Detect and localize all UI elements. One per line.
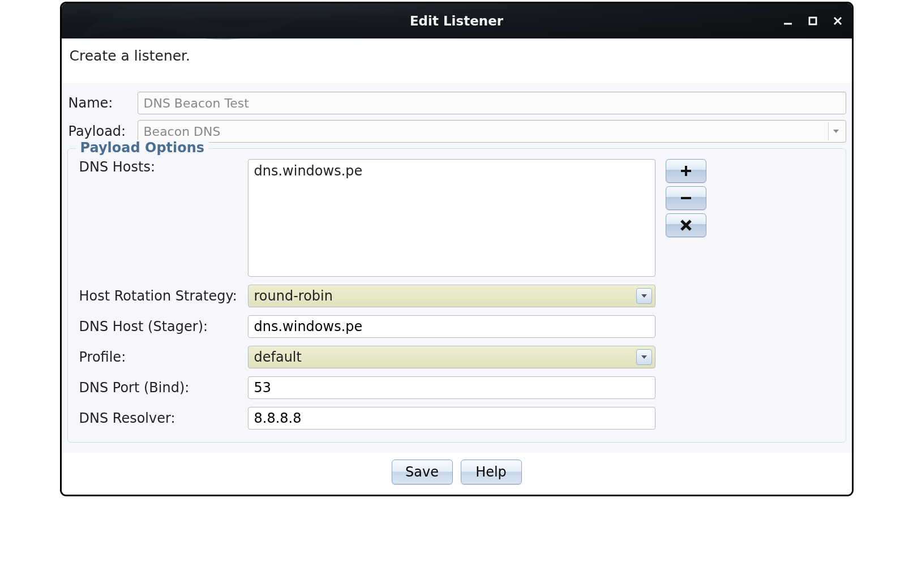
name-label: Name: bbox=[67, 95, 138, 111]
close-button[interactable] bbox=[831, 15, 844, 27]
profile-label: Profile: bbox=[79, 349, 248, 365]
maximize-button[interactable] bbox=[807, 15, 819, 27]
instruction-text: Create a listener. bbox=[62, 38, 852, 84]
rotation-select[interactable]: round-robin bbox=[248, 285, 655, 307]
payload-options-group: Payload Options DNS Hosts: dns.windows.p… bbox=[67, 148, 846, 443]
rotation-row: Host Rotation Strategy: round-robin bbox=[79, 285, 834, 307]
form-area: Name: Payload: Payload Options DNS Hosts… bbox=[62, 84, 852, 453]
titlebar: Edit Listener bbox=[62, 3, 852, 38]
payload-options-legend: Payload Options bbox=[76, 140, 209, 156]
svg-rect-1 bbox=[809, 18, 816, 24]
clear-hosts-button[interactable] bbox=[666, 213, 706, 237]
save-button[interactable]: Save bbox=[392, 460, 453, 484]
dns-hosts-buttons bbox=[666, 159, 706, 237]
port-label: DNS Port (Bind): bbox=[79, 380, 248, 396]
dns-hosts-row: DNS Hosts: dns.windows.pe bbox=[79, 159, 834, 277]
payload-row: Payload: bbox=[67, 120, 846, 143]
payload-value bbox=[138, 120, 846, 143]
remove-host-button[interactable] bbox=[666, 186, 706, 210]
minimize-button[interactable] bbox=[782, 15, 794, 27]
resolver-row: DNS Resolver: bbox=[79, 407, 834, 430]
svg-rect-6 bbox=[681, 170, 691, 172]
window-title: Edit Listener bbox=[71, 14, 843, 28]
resolver-input[interactable] bbox=[248, 407, 655, 430]
name-input[interactable] bbox=[138, 92, 846, 114]
svg-rect-7 bbox=[681, 197, 691, 199]
port-input[interactable] bbox=[248, 376, 655, 399]
stager-label: DNS Host (Stager): bbox=[79, 319, 248, 334]
resolver-label: DNS Resolver: bbox=[79, 410, 248, 426]
dns-host-entry[interactable]: dns.windows.pe bbox=[254, 163, 649, 179]
rotation-label: Host Rotation Strategy: bbox=[79, 288, 248, 304]
add-host-button[interactable] bbox=[666, 159, 706, 183]
name-row: Name: bbox=[67, 92, 846, 114]
window-controls bbox=[782, 3, 844, 38]
stager-row: DNS Host (Stager): bbox=[79, 315, 834, 338]
dns-hosts-list[interactable]: dns.windows.pe bbox=[248, 159, 655, 277]
stager-input[interactable] bbox=[248, 315, 655, 338]
help-button[interactable]: Help bbox=[461, 460, 522, 484]
profile-value: default bbox=[248, 346, 655, 368]
rotation-value: round-robin bbox=[248, 285, 655, 307]
footer-buttons: Save Help bbox=[62, 453, 852, 495]
payload-select[interactable] bbox=[138, 120, 846, 143]
payload-label: Payload: bbox=[67, 123, 138, 139]
port-row: DNS Port (Bind): bbox=[79, 376, 834, 399]
profile-row: Profile: default bbox=[79, 346, 834, 368]
edit-listener-window: Edit Listener Create a listener. Name: P… bbox=[61, 2, 853, 496]
profile-select[interactable]: default bbox=[248, 346, 655, 368]
dns-hosts-label: DNS Hosts: bbox=[79, 159, 248, 175]
